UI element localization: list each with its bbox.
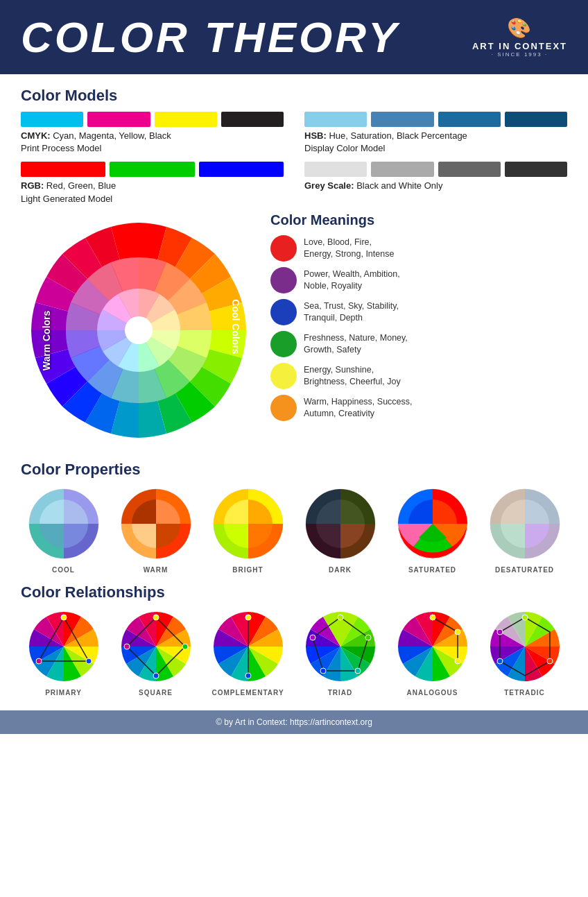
analogous-wheel [395, 608, 471, 685]
saturated-pie [395, 486, 471, 562]
page-title: COLOR THEORY [21, 12, 399, 62]
cmyk-swatches [21, 112, 284, 127]
color-models-title: Color Models [21, 87, 567, 105]
orange-circle [270, 395, 297, 421]
color-wheel: Warm Colors Cool Colors [21, 212, 257, 448]
svg-point-25 [320, 668, 326, 674]
svg-point-12 [36, 658, 42, 664]
properties-grid: COOL WARM [21, 486, 567, 574]
logo-since: · SINCE 1993 · [472, 51, 567, 58]
magenta-swatch [87, 112, 150, 127]
rgb-label: RGB: Red, Green, BlueLight Generated Mod… [21, 180, 284, 205]
color-relationships-title: Color Relationships [21, 583, 567, 601]
hsb-swatches [304, 112, 567, 127]
bright-pie [210, 486, 286, 562]
red-swatch [21, 162, 105, 177]
meaning-red: Love, Blood, Fire,Energy, Strong, Intens… [270, 235, 567, 262]
complementary-label: COMPLEMENTARY [211, 689, 284, 697]
meaning-blue: Sea, Trust, Sky, Stability,Tranquil, Dep… [270, 299, 567, 325]
svg-text:Cool Colors: Cool Colors [230, 299, 241, 354]
rel-triad: TRIAD [297, 608, 383, 697]
svg-point-16 [153, 673, 159, 678]
svg-point-10 [61, 615, 67, 620]
cool-label: COOL [52, 566, 75, 574]
hsb-label: HSB: Hue, Saturation, Black PercentageDi… [304, 130, 567, 155]
grey-swatch-2 [371, 162, 433, 177]
svg-point-17 [124, 644, 130, 649]
complementary-wheel [210, 608, 286, 685]
svg-point-26 [310, 635, 315, 640]
primary-wheel [26, 608, 102, 685]
rel-tetradic: TETRADIC [482, 608, 567, 697]
prop-desaturated: DESATURATED [482, 486, 567, 574]
analogous-label: ANALOGOUS [407, 689, 458, 697]
color-meanings-title: Color Meanings [270, 212, 567, 228]
svg-point-36 [497, 629, 503, 635]
prop-cool: COOL [21, 486, 106, 574]
hsb-swatch-2 [371, 112, 433, 127]
red-circle [270, 235, 297, 262]
logo: 🎨 ART IN CONTEXT · SINCE 1993 · [472, 17, 567, 58]
grey-label: Grey Scale: Black and White Only [304, 180, 567, 192]
svg-point-30 [455, 629, 460, 635]
hsb-model: HSB: Hue, Saturation, Black PercentageDi… [304, 112, 567, 155]
saturated-label: SATURATED [408, 566, 456, 574]
purple-meaning-text: Power, Wealth, Ambition,Noble, Royality [304, 267, 400, 293]
meaning-purple: Power, Wealth, Ambition,Noble, Royality [270, 267, 567, 293]
color-models-grid: CMYK: Cyan, Magenta, Yellow, BlackPrint … [21, 112, 567, 205]
meaning-orange: Warm, Happiness, Success,Autumn, Creativ… [270, 395, 567, 421]
wheel-meanings-section: Warm Colors Cool Colors Color Meanings L… [21, 212, 567, 451]
dark-pie [302, 486, 379, 562]
prop-warm: WARM [113, 486, 198, 574]
grey-swatches [304, 162, 567, 177]
color-models-section: Color Models CMYK: Cyan, Magenta, Yellow… [21, 87, 567, 205]
warm-pie [118, 486, 194, 562]
main-content: Color Models CMYK: Cyan, Magenta, Yellow… [0, 74, 588, 710]
color-properties-section: Color Properties COOL [21, 461, 567, 574]
warm-label: WARM [144, 566, 168, 574]
desaturated-label: DESATURATED [495, 566, 554, 574]
purple-circle [270, 267, 297, 293]
rgb-swatches [21, 162, 284, 177]
triad-label: TRIAD [328, 689, 353, 697]
rel-square: SQUARE [113, 608, 198, 697]
grey-swatch-1 [304, 162, 367, 177]
rel-complementary: COMPLEMENTARY [205, 608, 291, 697]
blue-meaning-text: Sea, Trust, Sky, Stability,Tranquil, Dep… [304, 299, 399, 325]
svg-point-11 [86, 658, 92, 664]
primary-label: PRIMARY [45, 689, 82, 697]
logo-icon: 🎨 [472, 17, 567, 40]
black-swatch [221, 112, 284, 127]
svg-point-19 [245, 615, 251, 620]
svg-point-35 [497, 658, 503, 664]
footer-text: © by Art in Context: https://artincontex… [216, 717, 372, 727]
green-meaning-text: Freshness, Nature, Money,Growth, Safety [304, 331, 408, 357]
blue-swatch [199, 162, 284, 177]
cyan-swatch [21, 112, 83, 127]
square-label: SQUARE [139, 689, 173, 697]
blue-circle [270, 299, 297, 325]
logo-brand: ART IN CONTEXT [472, 41, 567, 51]
hsb-swatch-1 [304, 112, 367, 127]
header: COLOR THEORY 🎨 ART IN CONTEXT · SINCE 19… [0, 0, 588, 74]
svg-point-29 [430, 615, 435, 620]
svg-point-15 [182, 644, 188, 649]
cmyk-model: CMYK: Cyan, Magenta, Yellow, BlackPrint … [21, 112, 284, 155]
prop-saturated: SATURATED [390, 486, 475, 574]
triad-wheel [302, 608, 379, 685]
tetradic-wheel [487, 608, 563, 685]
grey-swatch-3 [438, 162, 501, 177]
svg-point-14 [153, 615, 159, 620]
hsb-swatch-3 [438, 112, 501, 127]
color-meanings-section: Color Meanings Love, Blood, Fire,Energy,… [270, 212, 567, 451]
yellow-meaning-text: Energy, Sunshine,Brightness, Cheerful, J… [304, 363, 401, 388]
rgb-model: RGB: Red, Green, BlueLight Generated Mod… [21, 162, 284, 205]
svg-point-22 [338, 615, 343, 620]
svg-point-24 [355, 668, 361, 674]
svg-point-23 [365, 635, 371, 640]
cmyk-label: CMYK: Cyan, Magenta, Yellow, BlackPrint … [21, 130, 284, 155]
svg-point-33 [522, 615, 528, 620]
meaning-yellow: Energy, Sunshine,Brightness, Cheerful, J… [270, 363, 567, 389]
rel-primary: PRIMARY [21, 608, 106, 697]
prop-bright: BRIGHT [205, 486, 291, 574]
